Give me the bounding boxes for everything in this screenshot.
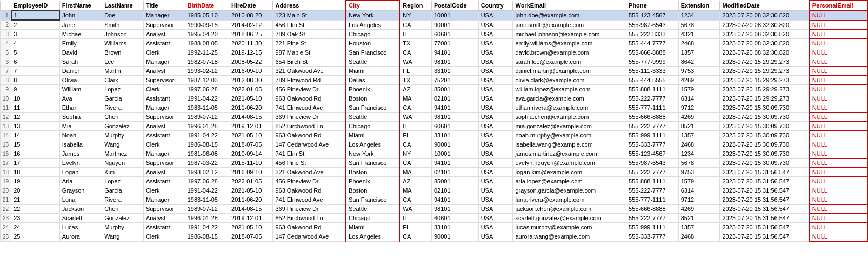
cell-phone: 555-777-1111 [626,195,679,205]
row-number: 17 [1,159,11,168]
cell-phone: 555-666-8888 [626,113,679,122]
cell-city: San Francisco [346,48,400,57]
cell-city: Los Angeles [346,232,400,242]
row-number: 3 [1,30,11,39]
cell-personalemail: NULL [810,140,867,149]
table-row[interactable]: 1818LoganKimAnalyst1993-02-122016-09-103… [1,168,868,177]
cell-firstname: Jackson [59,205,102,214]
col-header-workemail[interactable]: WorkEmail [513,1,626,10]
table-row[interactable]: 1717EvelynNguyenSupervisor1987-03-222015… [1,159,868,168]
col-header-city[interactable]: City [346,1,400,10]
employee-table: EmployeeID FirstName LastName Title Birt… [0,0,868,242]
col-header-phone[interactable]: Phone [626,1,679,10]
cell-title: Clerk [143,48,185,57]
col-header-region[interactable]: Region [400,1,431,10]
col-header-employeeid[interactable]: EmployeeID [11,1,60,10]
cell-lastname: Murphy [102,131,144,140]
table-row[interactable]: 2525AuroraWangClerk1986-08-152018-07-051… [1,232,868,242]
table-row[interactable]: 1616JamesMartinezManager1981-06-082010-0… [1,149,868,159]
cell-phone: 555-444-5555 [626,76,679,85]
table-row[interactable]: 33MichaelJohnsonAnalyst1995-04-202018-06… [1,30,868,39]
table-row[interactable]: 1919AriaLopezAssistant1997-06-282022-01-… [1,177,868,186]
cell-modifieddate: 2023-07-20 15:29:29.273 [720,94,810,103]
cell-hiredate: 2021-05-10 [229,223,273,232]
cell-region: WA [400,205,431,214]
cell-workemail: jane.smith@example.com [513,20,626,30]
cell-extension: 5678 [678,20,720,30]
table-row[interactable]: 66SarahLeeManager1982-07-182008-05-22654… [1,57,868,67]
table-row[interactable]: 1414NoahMurphyAssistant1991-04-222021-05… [1,131,868,140]
col-header-personalemail[interactable]: PersonalEmail [810,1,867,10]
cell-phone: 555-888-1111 [626,177,679,186]
table-row[interactable]: 1515IsabellaWangClerk1986-08-152018-07-0… [1,140,868,149]
cell-region: AZ [400,85,431,94]
cell-workemail: william.lopez@example.com [513,85,626,94]
col-header-hiredate[interactable]: HireDate [229,1,273,10]
col-header-firstname[interactable]: FirstName [59,1,102,10]
table-row[interactable]: 1010AvaGarciaAssistant1991-04-222021-05-… [1,94,868,103]
cell-firstname: Olivia [59,76,102,85]
cell-extension: 1579 [678,85,720,94]
cell-postalcode: 02101 [431,168,478,177]
row-number: 1 [1,10,11,20]
cell-city: Seattle [346,57,400,67]
cell-workemail: emily.williams@example.com [513,39,626,48]
cell-lastname: Garcia [102,186,144,195]
table-row[interactable]: 77DanielMartinAnalyst1993-02-122016-09-1… [1,67,868,76]
cell-birthdate: 1991-04-22 [185,94,229,103]
table-row[interactable]: 2121LunaRiveraManager1983-11-052011-06-2… [1,195,868,205]
cell-birthdate: 1992-11-25 [185,48,229,57]
data-table-container[interactable]: EmployeeID FirstName LastName Title Birt… [0,0,868,242]
row-number: 2 [1,20,11,30]
table-row[interactable]: 1212SophiaChenSupervisor1989-07-122014-0… [1,113,868,122]
cell-country: USA [478,57,513,67]
table-row[interactable]: 1313MiaGonzalezAnalyst1996-01-282019-12-… [1,122,868,131]
cell-birthdate: 1983-11-05 [185,195,229,205]
cell-hiredate: 2008-05-22 [229,57,273,67]
cell-region: NY [400,149,431,159]
cell-postalcode: 90001 [431,140,478,149]
table-row[interactable]: 55DavidBrownClerk1992-11-252019-12-15987… [1,48,868,57]
cell-lastname: Chen [102,113,144,122]
col-header-birthdate[interactable]: BirthDate [185,1,229,10]
col-header-country[interactable]: Country [478,1,513,10]
cell-firstname: Daniel [59,67,102,76]
table-row[interactable]: 2424LucasMurphyAssistant1991-04-222021-0… [1,223,868,232]
table-row[interactable]: 44EmilyWilliamsAssistant1988-08-052020-1… [1,39,868,48]
cell-modifieddate: 2023-07-20 15:31:56.547 [720,177,810,186]
table-row[interactable]: 2020GraysonGarciaClerk1991-04-222021-05-… [1,186,868,195]
cell-workemail: lucas.murphy@example.com [513,223,626,232]
table-row[interactable]: 99WilliamLopezClerk1997-06-282022-01-054… [1,85,868,94]
cell-personalemail: NULL [810,205,867,214]
row-number: 15 [1,140,11,149]
col-header-modifieddate[interactable]: ModifiedDate [720,1,810,10]
col-header-address[interactable]: Address [273,1,346,10]
cell-country: USA [478,39,513,48]
col-header-postalcode[interactable]: PostalCode [431,1,478,10]
col-header-title[interactable]: Title [143,1,185,10]
table-row[interactable]: 2323ScarlettGonzalezAnalyst1996-01-28201… [1,214,868,223]
cell-lastname: Johnson [102,30,144,39]
table-row[interactable]: 1111EthanRiveraManager1983-11-052011-06-… [1,103,868,113]
table-row[interactable]: 11JohnDoeManager1985-05-102010-08-20123 … [1,10,868,20]
table-row[interactable]: 88OliviaClarkSupervisor1987-12-032012-08… [1,76,868,85]
cell-personalemail: NULL [810,186,867,195]
cell-personalemail: NULL [810,103,867,113]
cell-modifieddate: 2023-07-20 15:31:56.547 [720,168,810,177]
cell-modifieddate: 2023-07-20 15:31:56.547 [720,205,810,214]
cell-employeeid: 15 [11,140,60,149]
cell-extension: 5678 [678,159,720,168]
table-row[interactable]: 2222JacksonChenSupervisor1989-07-122014-… [1,205,868,214]
cell-phone: 555-333-7777 [626,232,679,242]
cell-birthdate: 1989-07-12 [185,113,229,122]
col-header-lastname[interactable]: LastName [102,1,144,10]
cell-country: USA [478,10,513,20]
cell-workemail: james.martinez@example.com [513,149,626,159]
cell-employeeid: 5 [11,48,60,57]
row-number: 23 [1,214,11,223]
cell-personalemail: NULL [810,67,867,76]
table-row[interactable]: 22JaneSmithSupervisor1990-09-152014-02-1… [1,20,868,30]
cell-region: TX [400,39,431,48]
cell-city: Seattle [346,113,400,122]
col-header-extension[interactable]: Extension [678,1,720,10]
